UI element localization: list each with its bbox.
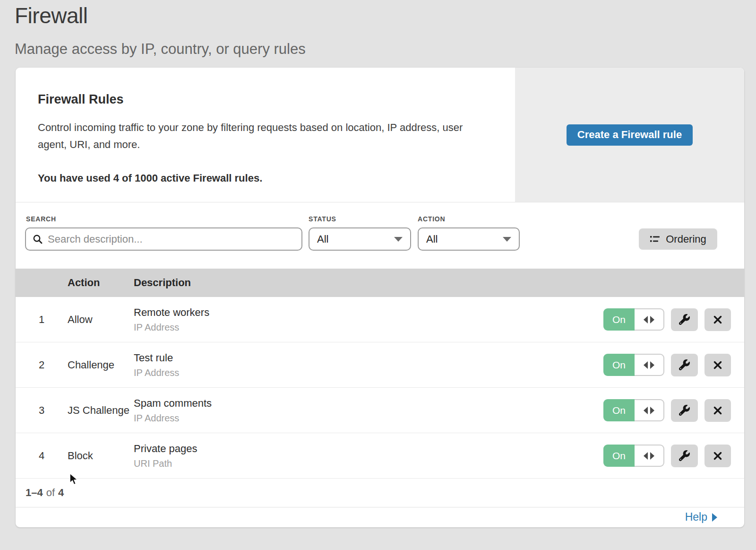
arrow-left-icon: [644, 361, 648, 369]
rule-controls: On: [603, 399, 744, 422]
card-header-action-panel: Create a Firewall rule: [515, 68, 744, 202]
rule-enabled-toggle[interactable]: On: [603, 445, 664, 467]
status-label: STATUS: [309, 215, 336, 223]
rule-match-type: IP Address: [134, 413, 603, 424]
ordering-button-label: Ordering: [666, 233, 706, 245]
ordering-list-icon: [650, 235, 660, 244]
create-firewall-rule-button[interactable]: Create a Firewall rule: [567, 124, 693, 146]
rule-match-type: IP Address: [134, 367, 603, 378]
card-footer: Help: [16, 507, 744, 527]
rule-controls: On: [603, 354, 744, 376]
delete-rule-button[interactable]: [704, 308, 731, 331]
pagination-range: 1–4: [26, 487, 43, 499]
action-dropdown[interactable]: All: [418, 227, 520, 251]
rules-table: Action Description 1 Allow Remote worker…: [16, 269, 744, 479]
edit-rule-button[interactable]: [671, 399, 698, 422]
rule-row: 2 Challenge Test rule IP Address On: [16, 342, 744, 388]
arrow-left-icon: [644, 407, 648, 414]
pagination-total: 4: [58, 487, 64, 499]
help-link[interactable]: Help: [685, 511, 717, 524]
page-title: Firewall: [15, 3, 306, 28]
rule-priority: 3: [16, 404, 68, 417]
page-subtitle: Manage access by IP, country, or query r…: [15, 41, 306, 58]
action-dropdown-value: All: [426, 233, 438, 245]
rules-section-title: Firewall Rules: [38, 92, 487, 107]
rule-controls: On: [603, 308, 744, 331]
toggle-arrows: [635, 308, 664, 331]
rule-description: Spam comments: [134, 397, 603, 410]
rule-description-cell: Test rule IP Address: [134, 352, 603, 378]
close-icon: [713, 360, 722, 370]
delete-rule-button[interactable]: [704, 445, 731, 467]
toggle-on-segment: On: [603, 354, 635, 376]
ordering-button[interactable]: Ordering: [639, 228, 717, 250]
toggle-on-segment: On: [603, 399, 635, 421]
rule-description: Test rule: [134, 352, 603, 364]
chevron-down-icon: [503, 237, 511, 242]
edit-rule-button[interactable]: [671, 354, 698, 376]
filters-bar: SEARCH STATUS All ACTION All: [16, 202, 744, 269]
card-header: Firewall Rules Control incoming traffic …: [16, 68, 744, 202]
rule-action: Allow: [68, 314, 134, 326]
delete-rule-button[interactable]: [704, 399, 731, 422]
rule-description: Private pages: [134, 443, 603, 455]
status-dropdown-value: All: [317, 233, 328, 245]
search-icon: [33, 234, 43, 244]
arrow-left-icon: [644, 316, 648, 323]
rule-priority: 4: [16, 450, 68, 462]
search-label: SEARCH: [26, 215, 56, 223]
rule-description-cell: Remote workers IP Address: [134, 306, 603, 333]
search-input[interactable]: [48, 233, 295, 245]
rule-action: Challenge: [68, 359, 134, 371]
rules-table-header: Action Description: [16, 269, 744, 297]
page-heading: Firewall Manage access by IP, country, o…: [15, 3, 306, 58]
wrench-icon: [679, 314, 690, 325]
rules-table-body: 1 Allow Remote workers IP Address On: [16, 297, 744, 479]
card-header-text: Firewall Rules Control incoming traffic …: [16, 68, 515, 202]
toggle-arrows: [635, 354, 664, 376]
rule-match-type: URI Path: [134, 458, 603, 469]
firewall-page: Firewall Manage access by IP, country, o…: [0, 0, 756, 550]
rules-section-description: Control incoming traffic to your zone by…: [38, 119, 487, 153]
rule-enabled-toggle[interactable]: On: [603, 354, 664, 376]
rule-row: 4 Block Private pages URI Path On: [16, 433, 744, 479]
status-dropdown[interactable]: All: [309, 227, 411, 251]
pagination: 1–4 of 4: [16, 479, 744, 507]
edit-rule-button[interactable]: [671, 445, 698, 467]
delete-rule-button[interactable]: [704, 354, 731, 376]
chevron-down-icon: [394, 237, 403, 242]
rule-match-type: IP Address: [134, 322, 603, 333]
arrow-right-icon: [650, 316, 654, 323]
rule-priority: 2: [16, 359, 68, 371]
rule-description-cell: Spam comments IP Address: [134, 397, 603, 424]
help-arrow-icon: [712, 513, 717, 522]
close-icon: [713, 315, 722, 324]
rule-controls: On: [603, 445, 744, 467]
rule-enabled-toggle[interactable]: On: [603, 308, 664, 331]
close-icon: [713, 406, 722, 415]
toggle-arrows: [635, 445, 664, 467]
wrench-icon: [679, 405, 690, 416]
arrow-right-icon: [650, 361, 654, 369]
rules-usage-text: You have used 4 of 1000 active Firewall …: [38, 172, 487, 184]
arrow-right-icon: [650, 452, 654, 460]
close-icon: [713, 451, 722, 461]
rule-row: 1 Allow Remote workers IP Address On: [16, 297, 744, 342]
arrow-left-icon: [644, 452, 648, 460]
toggle-on-segment: On: [603, 445, 635, 467]
rule-description: Remote workers: [134, 306, 603, 319]
wrench-icon: [679, 450, 690, 461]
wrench-icon: [679, 359, 690, 370]
arrow-right-icon: [650, 407, 654, 414]
search-box: [25, 227, 302, 251]
rule-action: JS Challenge: [68, 404, 134, 417]
help-link-label: Help: [685, 511, 707, 524]
rule-action: Block: [68, 450, 134, 462]
column-header-action: Action: [68, 277, 134, 289]
edit-rule-button[interactable]: [671, 308, 698, 331]
rule-row: 3 JS Challenge Spam comments IP Address …: [16, 388, 744, 433]
rule-enabled-toggle[interactable]: On: [603, 399, 664, 421]
rule-priority: 1: [16, 314, 68, 326]
toggle-on-segment: On: [603, 308, 635, 331]
pagination-separator: of: [46, 487, 55, 499]
